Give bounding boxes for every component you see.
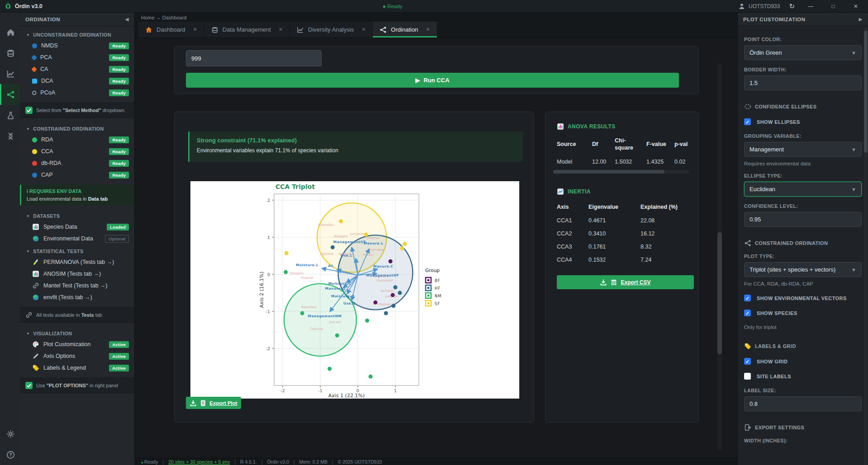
sidebar-item-plot-customization[interactable]: Plot CustomizationActive bbox=[20, 338, 134, 350]
confidence-level-input[interactable]: 0.95 bbox=[744, 212, 862, 227]
svg-text:A1: A1 bbox=[328, 264, 333, 268]
sidebar-item-ca[interactable]: CAReady bbox=[20, 63, 134, 75]
sidebar-item-mantel-test-tests-tab[interactable]: Mantel Test (Tests tab →) bbox=[20, 280, 134, 291]
show-grid-checkbox[interactable]: ✓SHOW GRID bbox=[744, 358, 862, 365]
export-plot-button[interactable]: Export Plot bbox=[186, 397, 241, 409]
tab-close-icon[interactable]: ✕ bbox=[193, 27, 197, 33]
table-cell: 7.24 bbox=[640, 257, 693, 264]
sidebar-item-db-rda[interactable]: db-RDAReady bbox=[20, 157, 134, 169]
sidebar-item-label: PCA bbox=[40, 54, 52, 61]
select-value: Triplot (sites + species + vectors) bbox=[749, 266, 835, 273]
svg-text:HF: HF bbox=[435, 286, 441, 291]
table-cell: 12.00 bbox=[592, 159, 615, 166]
content-scrollbar[interactable] bbox=[717, 63, 722, 451]
checkbox-icon[interactable] bbox=[744, 373, 751, 380]
tab-close-icon[interactable]: ✕ bbox=[361, 27, 365, 33]
plot-type-select[interactable]: Triplot (sites + species + vectors)▼ bbox=[744, 262, 862, 277]
sidebar-item-label: Environmental Data bbox=[43, 235, 93, 242]
sidebar-item-envfit-tests-tab[interactable]: envfit (Tests tab →) bbox=[20, 291, 134, 303]
sidebar-group-header[interactable]: ▼UNCONSTRAINED ORDINATION bbox=[20, 28, 134, 40]
svg-text:ManagementHF: ManagementHF bbox=[366, 273, 399, 277]
show-species-checkbox[interactable]: ✓SHOW SPECIES bbox=[744, 310, 862, 316]
export-csv-button[interactable]: Export CSV bbox=[557, 275, 694, 289]
app-status: ● Ready bbox=[383, 4, 402, 9]
point-color-select[interactable]: Ördin Green▼ bbox=[744, 45, 862, 60]
maximize-button[interactable]: □ bbox=[826, 3, 840, 9]
site-labels-checkbox[interactable]: SITE LABELS bbox=[744, 373, 862, 380]
panel-scrollbar-thumb[interactable] bbox=[864, 31, 868, 153]
tab-dashboard[interactable]: Dashboard✕ bbox=[138, 22, 204, 38]
refresh-button[interactable]: ↻ bbox=[789, 2, 795, 10]
show-environmental-vectors-checkbox[interactable]: ✓SHOW ENVIRONMENTAL VECTORS bbox=[744, 295, 862, 301]
sidebar-item-cca[interactable]: CCAReady bbox=[20, 146, 134, 157]
show-ellipses-checkbox[interactable]: ✓SHOW ELLIPSES bbox=[744, 118, 862, 125]
sidebar-group-header[interactable]: ▼CONSTRAINED ORDINATION bbox=[20, 122, 134, 134]
run-cca-button[interactable]: ▶Run CCA bbox=[186, 73, 679, 88]
pencil-icon bbox=[32, 352, 39, 360]
content-scrollbar-thumb[interactable] bbox=[717, 232, 722, 354]
sidebar-item-pcoa[interactable]: OPCoAReady bbox=[20, 87, 134, 99]
constraint-message: Strong constraint (71.1% explained) Envi… bbox=[188, 132, 523, 162]
sidebar-group-header[interactable]: ▼STATISTICAL TESTS bbox=[20, 244, 134, 256]
panel-section-header: CONSTRAINED ORDINATION bbox=[744, 240, 862, 247]
panel-scrollbar[interactable] bbox=[864, 27, 868, 465]
tab-ordination[interactable]: Ordination✕ bbox=[373, 22, 437, 38]
sidebar-item-labels-legend[interactable]: Labels & LegendActive bbox=[20, 362, 134, 374]
app-window: Ö Ördin v3.0 ● Ready UOTSTD933 ↻ — □ ✕ ?… bbox=[0, 0, 868, 465]
sidebar-item-permanova-tests-tab[interactable]: PERMANOVA (Tests tab →) bbox=[20, 256, 134, 268]
separator: | bbox=[294, 459, 295, 465]
panel-collapse-icon[interactable]: ▶ bbox=[859, 17, 863, 22]
ellipse-type-select[interactable]: Euclidean▼ bbox=[744, 182, 862, 197]
sidebar-item-pca[interactable]: PCAReady bbox=[20, 52, 134, 63]
status-badge: Ready bbox=[109, 172, 129, 178]
sidebar-collapse-icon[interactable]: ◀ bbox=[125, 17, 129, 22]
select-value: Ördin Green bbox=[749, 49, 782, 56]
sidebar-item-anosim-tests-tab[interactable]: ANOSIM (Tests tab →) bbox=[20, 268, 134, 280]
status-item[interactable]: 20 sites × 30 species + 5 env bbox=[168, 459, 230, 465]
rail-item-database[interactable] bbox=[0, 42, 20, 63]
app-title: Ördin v3.0 bbox=[15, 3, 43, 9]
tab-close-icon[interactable]: ✕ bbox=[426, 27, 430, 33]
checkbox-icon[interactable]: ✓ bbox=[744, 358, 751, 365]
anova-horizontal-scrollbar[interactable] bbox=[553, 170, 689, 174]
sidebar-item-cap[interactable]: CAPReady bbox=[20, 169, 134, 181]
tab-close-icon[interactable]: ✕ bbox=[279, 27, 283, 33]
tab-diversity-analysis[interactable]: Diversity Analysis✕ bbox=[290, 22, 373, 38]
sidebar-item-species-data[interactable]: Species DataLoaded bbox=[20, 221, 134, 233]
sidebar-item-environmental-data[interactable]: Environmental DataOptional bbox=[20, 233, 134, 244]
checkbox-icon[interactable]: ✓ bbox=[744, 295, 751, 301]
bars-colored-icon bbox=[32, 270, 39, 277]
user-menu[interactable]: UOTSTD933 bbox=[738, 3, 780, 10]
status-item: ● Ready bbox=[141, 459, 158, 465]
minimize-button[interactable]: — bbox=[804, 3, 817, 9]
checkbox-icon[interactable]: ✓ bbox=[744, 310, 751, 316]
table-row: Model12.001.50321.43250.02 bbox=[557, 155, 688, 170]
rail-item-help[interactable]: ? bbox=[0, 444, 20, 465]
permutations-input[interactable]: 999 bbox=[186, 50, 322, 66]
rail-item-gear[interactable] bbox=[0, 423, 20, 444]
export-icon bbox=[744, 424, 751, 431]
sidebar-item-nmds[interactable]: NMDSReady bbox=[20, 40, 134, 52]
close-button[interactable]: ✕ bbox=[849, 3, 863, 9]
rail-item-network[interactable] bbox=[0, 84, 20, 105]
table-cell: 1.4325 bbox=[646, 159, 674, 166]
grouping-variable-select[interactable]: Management▼ bbox=[744, 142, 862, 157]
rail-item-flask[interactable] bbox=[0, 105, 20, 126]
rail-item-chart-line[interactable] bbox=[0, 63, 20, 84]
status-badge: Ready bbox=[109, 148, 129, 155]
sidebar-group-header[interactable]: ▼VISUALIZATION bbox=[20, 327, 134, 338]
table-cell: 22.08 bbox=[640, 217, 693, 225]
sidebar-body: ▼UNCONSTRAINED ORDINATIONNMDSReadyPCARea… bbox=[20, 26, 134, 465]
checkbox-icon[interactable]: ✓ bbox=[744, 118, 751, 125]
svg-text:Manure.C: Manure.C bbox=[373, 264, 393, 268]
sidebar-item-axis-options[interactable]: Axis OptionsActive bbox=[20, 350, 134, 362]
input-value: 0.8 bbox=[749, 400, 758, 407]
border-width-input[interactable]: 1.5 bbox=[744, 75, 862, 90]
sidebar-item-dca[interactable]: DCAReady bbox=[20, 75, 134, 87]
sidebar-item-rda[interactable]: RDAReady bbox=[20, 134, 134, 146]
rail-item-home[interactable] bbox=[0, 22, 20, 42]
label-size-input[interactable]: 0.8 bbox=[744, 396, 862, 411]
tab-data-management[interactable]: Data Management✕ bbox=[204, 22, 290, 38]
sidebar-group-header[interactable]: ▼DATASETS bbox=[20, 209, 134, 221]
rail-item-dna[interactable] bbox=[0, 126, 20, 146]
